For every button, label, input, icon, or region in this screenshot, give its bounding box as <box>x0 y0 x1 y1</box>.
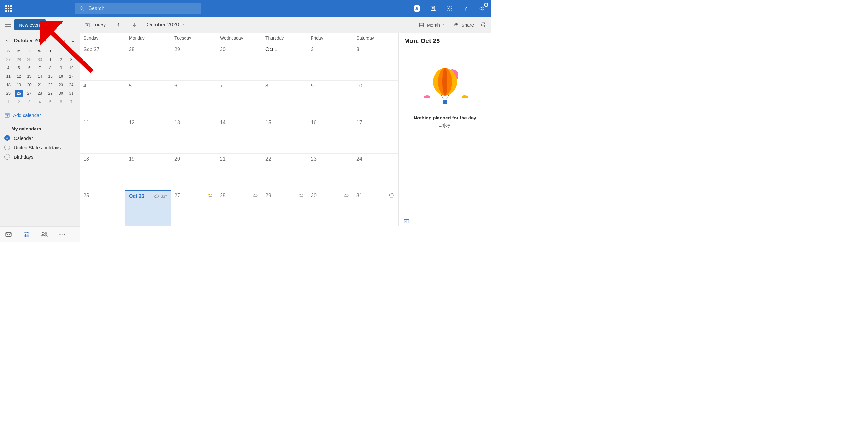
mini-day-cell[interactable]: 7 <box>66 98 76 106</box>
mini-day-cell[interactable]: 11 <box>3 72 13 80</box>
day-cell[interactable]: Oct 2633° <box>125 190 171 226</box>
mini-collapse-button[interactable] <box>4 37 11 44</box>
day-cell[interactable]: 20 <box>171 154 216 190</box>
mail-module-button[interactable] <box>5 232 12 237</box>
agenda-collapse-button[interactable] <box>402 218 410 225</box>
mini-day-cell[interactable]: 8 <box>45 64 56 72</box>
add-calendar-button[interactable]: Add calendar <box>3 112 76 118</box>
more-modules-button[interactable] <box>59 234 65 235</box>
mini-next-button[interactable] <box>70 37 76 44</box>
mini-day-cell[interactable]: 13 <box>24 72 34 80</box>
mini-day-cell[interactable]: 12 <box>13 72 24 80</box>
mini-day-cell[interactable]: 6 <box>24 64 34 72</box>
mini-day-cell[interactable]: 6 <box>56 98 66 106</box>
day-cell[interactable]: 31 <box>353 190 398 226</box>
day-cell[interactable]: 3 <box>353 44 398 80</box>
day-cell[interactable]: 16 <box>307 117 353 153</box>
day-cell[interactable]: 18 <box>80 154 125 190</box>
day-cell[interactable]: Oct 1 <box>262 44 307 80</box>
day-cell[interactable]: 22 <box>262 154 307 190</box>
day-cell[interactable]: 6 <box>171 80 216 117</box>
mini-day-cell[interactable]: 9 <box>56 64 66 72</box>
prev-period-button[interactable] <box>113 19 124 30</box>
new-event-button[interactable]: New event <box>14 20 45 30</box>
mini-day-cell[interactable]: 19 <box>13 80 24 89</box>
calendar-item[interactable]: United States holidays <box>4 144 76 150</box>
mini-day-cell[interactable]: 29 <box>45 89 56 98</box>
day-cell[interactable]: Sep 27 <box>80 44 125 80</box>
mini-day-cell[interactable]: 24 <box>66 80 76 89</box>
mini-day-cell[interactable]: 28 <box>34 89 45 98</box>
notifications-button[interactable]: 9 <box>475 2 489 15</box>
calendar-checkbox[interactable] <box>4 154 10 160</box>
day-cell[interactable]: 30 <box>307 190 353 226</box>
search-box[interactable] <box>75 3 202 14</box>
mini-day-cell[interactable]: 18 <box>3 80 13 89</box>
mini-day-cell[interactable]: 1 <box>45 55 56 64</box>
mini-day-cell[interactable]: 3 <box>24 98 34 106</box>
mini-day-cell[interactable]: 2 <box>56 55 66 64</box>
day-cell[interactable]: 9 <box>307 80 353 117</box>
period-picker[interactable]: October 2020 <box>147 22 186 28</box>
day-cell[interactable]: 17 <box>353 117 398 153</box>
skype-button[interactable]: S <box>410 2 424 15</box>
my-calendars-header[interactable]: My calendars <box>3 126 76 131</box>
day-cell[interactable]: 2 <box>307 44 353 80</box>
mini-day-cell[interactable]: 1 <box>3 98 13 106</box>
help-button[interactable] <box>459 2 473 15</box>
day-cell[interactable]: 29 <box>171 44 216 80</box>
day-cell[interactable]: 25 <box>80 190 125 226</box>
day-cell[interactable]: 30 <box>216 44 262 80</box>
mini-day-cell[interactable]: 21 <box>34 80 45 89</box>
day-cell[interactable]: 11 <box>80 117 125 153</box>
calendar-checkbox[interactable] <box>4 135 10 141</box>
mini-day-cell[interactable]: 25 <box>3 89 13 98</box>
day-cell[interactable]: 8 <box>262 80 307 117</box>
mini-day-cell[interactable]: 30 <box>56 89 66 98</box>
day-cell[interactable]: 23 <box>307 154 353 190</box>
search-input[interactable] <box>89 6 197 11</box>
day-cell[interactable]: 29 <box>262 190 307 226</box>
day-cell[interactable]: 27 <box>171 190 216 226</box>
notes-button[interactable] <box>426 2 440 15</box>
mini-day-cell[interactable]: 4 <box>3 64 13 72</box>
app-launcher-button[interactable] <box>2 2 14 14</box>
day-cell[interactable]: 12 <box>125 117 171 153</box>
mini-day-cell[interactable]: 29 <box>24 55 34 64</box>
next-period-button[interactable] <box>129 19 140 30</box>
mini-day-cell[interactable]: 3 <box>66 55 76 64</box>
mini-day-cell[interactable]: 22 <box>45 80 56 89</box>
day-cell[interactable]: 15 <box>262 117 307 153</box>
mini-day-cell[interactable]: 15 <box>45 72 56 80</box>
mini-day-cell[interactable]: 5 <box>13 64 24 72</box>
day-cell[interactable]: 24 <box>353 154 398 190</box>
mini-day-cell[interactable]: 31 <box>66 89 76 98</box>
mini-day-cell[interactable]: 27 <box>24 89 34 98</box>
day-cell[interactable]: 14 <box>216 117 262 153</box>
mini-day-cell[interactable]: 5 <box>45 98 56 106</box>
mini-day-cell[interactable]: 17 <box>66 72 76 80</box>
print-button[interactable] <box>477 19 489 30</box>
calendar-module-button[interactable] <box>23 231 30 238</box>
calendar-item[interactable]: Birthdays <box>4 154 76 160</box>
mini-day-cell[interactable]: 14 <box>34 72 45 80</box>
share-button[interactable]: Share <box>450 19 477 30</box>
mini-day-cell[interactable]: 30 <box>34 55 45 64</box>
settings-button[interactable] <box>442 2 456 15</box>
calendar-checkbox[interactable] <box>4 144 10 150</box>
mini-day-cell[interactable]: 7 <box>34 64 45 72</box>
day-cell[interactable]: 19 <box>125 154 171 190</box>
calendar-item[interactable]: Calendar <box>4 135 76 141</box>
mini-prev-button[interactable] <box>61 37 68 44</box>
day-cell[interactable]: 7 <box>216 80 262 117</box>
day-cell[interactable]: 10 <box>353 80 398 117</box>
toggle-nav-button[interactable] <box>3 20 13 30</box>
mini-day-cell[interactable]: 16 <box>56 72 66 80</box>
people-module-button[interactable] <box>41 232 48 237</box>
day-cell[interactable]: 13 <box>171 117 216 153</box>
mini-day-cell[interactable]: 10 <box>66 64 76 72</box>
view-picker[interactable]: Month <box>415 19 450 30</box>
day-cell[interactable]: 21 <box>216 154 262 190</box>
mini-day-cell[interactable]: 28 <box>13 55 24 64</box>
mini-day-cell[interactable]: 26 <box>13 89 24 98</box>
